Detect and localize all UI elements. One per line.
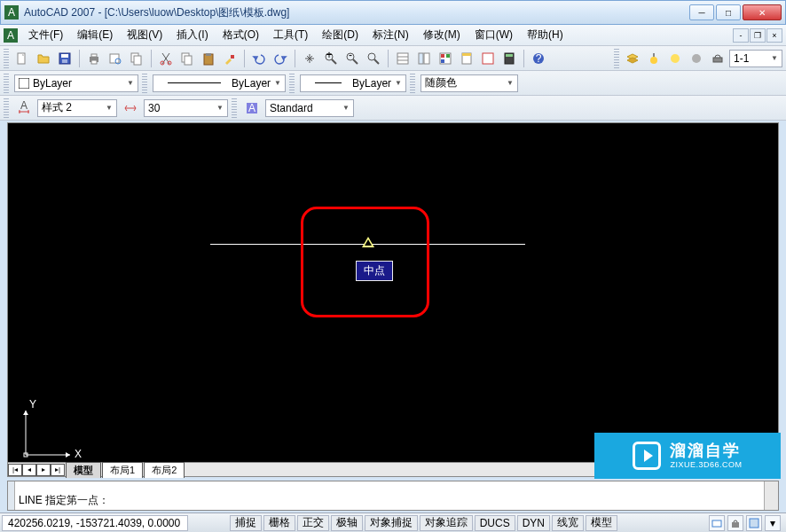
dim-linear-button[interactable] bbox=[121, 98, 140, 118]
annotation-scale-dropdown[interactable]: 1-1 ▼ bbox=[729, 50, 782, 67]
svg-rect-6 bbox=[61, 54, 68, 58]
toolbar-handle[interactable] bbox=[4, 49, 9, 68]
toolbar-handle[interactable] bbox=[4, 98, 9, 118]
toolbar-handle[interactable] bbox=[410, 74, 415, 93]
dimstyle-button[interactable]: A bbox=[14, 98, 34, 118]
publish-button[interactable] bbox=[127, 49, 146, 68]
paste-button[interactable] bbox=[199, 49, 218, 68]
zoom-window-button[interactable]: - bbox=[342, 49, 362, 68]
textstyle-button[interactable]: A bbox=[242, 98, 262, 118]
dimstyle-value: 样式 2 bbox=[42, 100, 72, 115]
ducs-toggle[interactable]: DUCS bbox=[475, 515, 515, 531]
command-scrollbar[interactable] bbox=[764, 481, 778, 510]
window-title: AutoCAD 2007 - [C:\Users\luow\Desktop\图纸… bbox=[24, 5, 689, 20]
linetype-dropdown[interactable]: ByLayer ▼ bbox=[153, 74, 286, 92]
snap-toggle[interactable]: 捕捉 bbox=[230, 515, 262, 531]
menu-dimension[interactable]: 标注(N) bbox=[365, 24, 416, 46]
textstyle-dropdown[interactable]: Standard ▼ bbox=[265, 99, 354, 117]
properties-button[interactable] bbox=[393, 49, 413, 68]
clean-screen-icon[interactable] bbox=[746, 515, 762, 531]
model-toggle[interactable]: 模型 bbox=[586, 515, 617, 531]
tab-layout2[interactable]: 布局2 bbox=[144, 462, 185, 478]
layer-on-button[interactable] bbox=[644, 49, 664, 68]
svg-line-23 bbox=[332, 59, 336, 64]
lwt-toggle[interactable]: 线宽 bbox=[552, 515, 584, 531]
dyn-toggle[interactable]: DYN bbox=[517, 515, 550, 531]
grid-toggle[interactable]: 栅格 bbox=[263, 515, 295, 531]
menu-insert[interactable]: 插入(I) bbox=[169, 24, 215, 46]
plotstyle-dropdown[interactable]: 随颜色 ▼ bbox=[421, 74, 518, 92]
quickcalc-button[interactable] bbox=[499, 49, 519, 68]
zoom-previous-button[interactable] bbox=[364, 49, 383, 68]
undo-button[interactable] bbox=[249, 49, 269, 68]
sheet-set-button[interactable] bbox=[457, 49, 476, 68]
help-button[interactable]: ? bbox=[529, 49, 548, 68]
cut-button[interactable] bbox=[156, 49, 176, 68]
toolbar-handle[interactable] bbox=[142, 74, 147, 93]
ucs-icon: X Y bbox=[17, 402, 79, 464]
layer-state-button[interactable] bbox=[623, 49, 642, 68]
close-button[interactable]: ✕ bbox=[743, 4, 782, 20]
command-line[interactable]: LINE 指定第一点： bbox=[7, 481, 779, 511]
doc-restore-button[interactable]: ❐ bbox=[750, 28, 766, 43]
polar-toggle[interactable]: 极轴 bbox=[331, 515, 363, 531]
command-handle[interactable] bbox=[8, 481, 15, 510]
layer-color-button[interactable] bbox=[708, 49, 727, 68]
menu-format[interactable]: 格式(O) bbox=[216, 24, 266, 46]
match-properties-button[interactable] bbox=[220, 49, 240, 68]
menu-help[interactable]: 帮助(H) bbox=[520, 24, 570, 46]
toolbar-handle[interactable] bbox=[4, 74, 9, 93]
menu-window[interactable]: 窗口(W) bbox=[468, 24, 520, 46]
svg-point-49 bbox=[692, 54, 701, 63]
drawing-area[interactable]: 中点 X Y |◂ ◂ ▸ ▸| 模型 布局1 布局2 bbox=[7, 122, 779, 477]
layers-toolbar-handle[interactable] bbox=[614, 49, 619, 68]
comm-center-icon[interactable] bbox=[709, 515, 725, 531]
osnap-toggle[interactable]: 对象捕捉 bbox=[365, 515, 418, 531]
plot-preview-button[interactable] bbox=[106, 49, 125, 68]
menu-draw[interactable]: 绘图(D) bbox=[315, 24, 365, 46]
svg-rect-43 bbox=[506, 54, 513, 57]
menu-view[interactable]: 视图(V) bbox=[120, 24, 169, 46]
open-button[interactable] bbox=[34, 49, 53, 68]
save-button[interactable] bbox=[55, 49, 75, 68]
design-center-button[interactable] bbox=[414, 49, 434, 68]
color-dropdown[interactable]: ByLayer ▼ bbox=[14, 74, 138, 92]
layer-lock-button[interactable] bbox=[687, 49, 706, 68]
redo-button[interactable] bbox=[271, 49, 290, 68]
minimize-button[interactable]: ─ bbox=[689, 4, 714, 20]
menu-file[interactable]: 文件(F) bbox=[21, 24, 70, 46]
chevron-down-icon: ▼ bbox=[102, 104, 113, 112]
doc-close-button[interactable]: × bbox=[766, 28, 782, 43]
copy-button[interactable] bbox=[177, 49, 197, 68]
doc-minimize-button[interactable]: - bbox=[733, 28, 749, 43]
layer-freeze-button[interactable] bbox=[665, 49, 685, 68]
otrack-toggle[interactable]: 对象追踪 bbox=[420, 515, 473, 531]
coordinates-display[interactable]: 420256.0219, -153721.4039, 0.0000 bbox=[2, 515, 188, 531]
tab-model[interactable]: 模型 bbox=[66, 462, 101, 478]
maximize-button[interactable]: □ bbox=[716, 4, 741, 20]
tab-next-button[interactable]: ▸ bbox=[36, 464, 51, 476]
toolbar-handle[interactable] bbox=[232, 98, 237, 118]
menu-tools[interactable]: 工具(T) bbox=[266, 24, 315, 46]
tab-layout1[interactable]: 布局1 bbox=[102, 462, 143, 478]
pan-button[interactable] bbox=[300, 49, 319, 68]
menu-edit[interactable]: 编辑(E) bbox=[70, 24, 120, 46]
tab-first-button[interactable]: |◂ bbox=[8, 464, 22, 476]
tab-prev-button[interactable]: ◂ bbox=[22, 464, 36, 476]
print-button[interactable] bbox=[84, 49, 104, 68]
tab-last-button[interactable]: ▸| bbox=[51, 464, 65, 476]
new-button[interactable] bbox=[12, 49, 32, 68]
text-height-dropdown[interactable]: 30 ▼ bbox=[144, 99, 228, 117]
lineweight-dropdown[interactable]: ByLayer ▼ bbox=[300, 74, 406, 92]
dimstyle-dropdown[interactable]: 样式 2 ▼ bbox=[37, 99, 117, 117]
svg-marker-58 bbox=[23, 411, 28, 415]
text-height-value: 30 bbox=[148, 102, 160, 114]
zoom-realtime-button[interactable]: + bbox=[321, 49, 341, 68]
menu-modify[interactable]: 修改(M) bbox=[416, 24, 468, 46]
markup-button[interactable] bbox=[478, 49, 498, 68]
status-tray-icon[interactable]: ▾ bbox=[765, 515, 781, 531]
ortho-toggle[interactable]: 正交 bbox=[297, 515, 329, 531]
tool-palettes-button[interactable] bbox=[436, 49, 455, 68]
toolbar-handle[interactable] bbox=[289, 74, 295, 93]
lock-ui-icon[interactable] bbox=[727, 515, 743, 531]
